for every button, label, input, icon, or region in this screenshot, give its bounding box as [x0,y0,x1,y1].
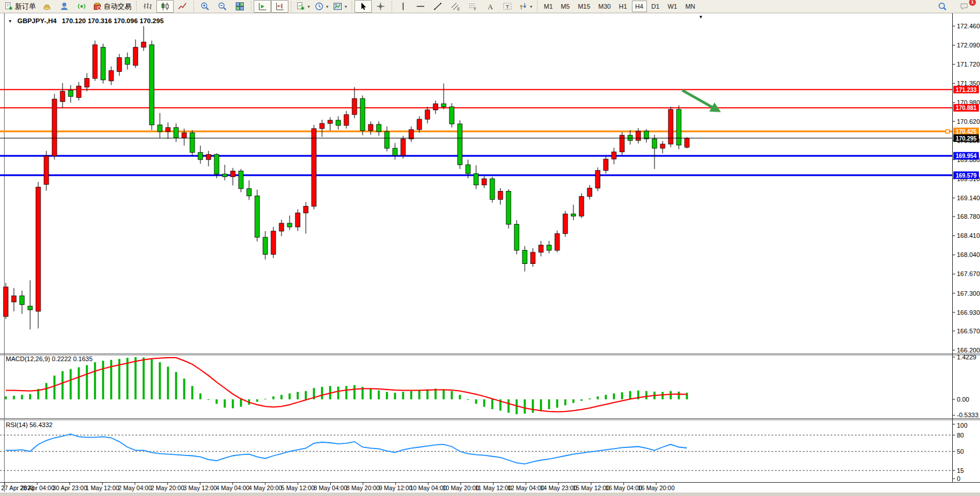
tile-windows-button[interactable] [231,0,248,13]
zoom-in-icon [200,2,210,11]
text-label-icon: T [503,2,512,11]
community-button[interactable] [56,0,73,13]
svg-text:169.140: 169.140 [957,194,980,201]
timeframe-m5-button[interactable]: M5 [557,1,573,12]
svg-text:171.720: 171.720 [957,61,980,68]
svg-text:169.579: 169.579 [956,172,977,179]
toolbar-separator [291,1,291,12]
svg-text:0.00: 0.00 [957,396,969,403]
new-order-button[interactable]: 新订单 [2,0,38,13]
toolbar-separator [352,1,352,12]
chart-collapse-icon[interactable]: ▼ [8,19,12,23]
text-button[interactable]: A [481,0,499,13]
templates-button[interactable]: ▾ [331,0,349,13]
fibonacci-button[interactable]: F [464,0,481,13]
new-order-label: 新订单 [15,2,36,12]
community-icon [60,2,69,11]
timeframe-d1-button[interactable]: D1 [648,1,663,12]
trendline-button[interactable] [429,0,447,13]
text-icon: A [485,2,495,11]
toolbar-group-5 [354,0,389,13]
zoom-out-button[interactable] [214,0,231,13]
svg-text:80: 80 [957,432,964,439]
market-watch-button[interactable] [38,0,56,13]
text-label-button[interactable]: T [499,0,516,13]
timeframe-mn-button[interactable]: MN [682,1,699,12]
svg-text:A: A [488,3,493,11]
dropdown-caret-icon[interactable]: ▾ [345,4,347,9]
svg-text:170.881: 170.881 [956,105,977,111]
price-axis[interactable]: 172.460172.090171.720171.350170.980170.6… [952,23,980,354]
rsi-line [6,434,687,464]
svg-text:10 May 04:00: 10 May 04:00 [409,484,447,491]
notifications-button[interactable]: 1 [956,0,973,13]
crosshair-button[interactable] [372,0,389,13]
trendline-icon [433,2,443,11]
svg-text:166.570: 166.570 [957,328,980,335]
periods-button[interactable]: ▾ [312,0,331,13]
signals-icon [77,2,86,11]
equidistant-channel-button[interactable]: E [447,0,464,13]
chart-window[interactable]: 172.460172.090171.720171.350170.980170.6… [0,13,980,496]
svg-text:166.930: 166.930 [957,309,980,316]
horizontal-level-lines[interactable] [0,90,952,175]
shapes-icon [518,2,528,11]
svg-text:9 May 12:00: 9 May 12:00 [379,484,412,491]
timeframe-m1-button[interactable]: M1 [540,1,556,12]
market-watch-icon [42,2,52,11]
svg-text:2 May 20:00: 2 May 20:00 [151,484,184,491]
dropdown-caret-icon[interactable]: ▾ [530,4,532,9]
shapes-button[interactable]: ▾ [516,0,535,13]
auto-trading-icon [93,2,102,11]
cursor-button[interactable] [354,0,372,13]
macd-axis[interactable]: 1.42290.00-0.5333 [952,354,978,418]
svg-text:100: 100 [957,422,967,429]
timeframe-h4-button[interactable]: H4 [632,1,647,12]
svg-text:1 May 12:00: 1 May 12:00 [86,484,119,491]
chart-title: ▼ GBPJPY-,H4 170.120 170.316 170.096 170… [8,17,164,24]
new-order-icon [4,2,13,11]
chart-menu-arrow-icon[interactable]: ▼ [699,14,703,20]
svg-text:8 May 20:00: 8 May 20:00 [346,484,380,491]
svg-text:15: 15 [957,467,964,474]
svg-text:16 May 04:00: 16 May 04:00 [605,484,642,491]
timeframe-m30-button[interactable]: M30 [595,1,614,12]
zoom-out-icon [218,2,227,11]
svg-text:168.410: 168.410 [957,232,980,239]
svg-text:172.090: 172.090 [957,42,980,49]
svg-text:168.780: 168.780 [957,213,980,220]
toolbar-group-0: 新订单自动交易 [2,0,134,13]
chart-shift-button[interactable] [271,0,288,13]
candlestick-button[interactable] [156,0,174,13]
auto-scroll-button[interactable] [254,0,271,13]
indicators-icon [296,2,305,11]
svg-text:T: T [506,3,509,10]
signals-button[interactable] [73,0,90,13]
svg-text:1.4229: 1.4229 [957,354,977,361]
search-button[interactable] [934,0,951,13]
vertical-line-button[interactable] [394,0,412,13]
rsi-indicator-label: RSI(14) 56.4332 [6,421,53,428]
auto-trading-button[interactable]: 自动交易 [90,0,134,13]
line-chart-button[interactable] [174,0,191,13]
timeframe-w1-button[interactable]: W1 [664,1,681,12]
svg-text:28 Apr 04:00: 28 Apr 04:00 [20,484,54,491]
rsi-axis[interactable]: 1008050150 [952,422,967,482]
zoom-in-button[interactable] [196,0,214,13]
time-axis[interactable]: 27 Apr 202328 Apr 04:0030 Apr 23:001 May… [1,482,675,491]
svg-text:8 May 04:00: 8 May 04:00 [314,484,348,491]
dropdown-caret-icon[interactable]: ▾ [308,4,310,9]
search-icon [938,2,947,11]
indicators-button[interactable]: ▾ [294,0,312,13]
toolbar-group-4: ▾▾▾ [294,0,349,13]
bar-chart-button[interactable] [139,0,156,13]
chat-icon [960,2,969,11]
dropdown-caret-icon[interactable]: ▾ [326,4,328,9]
chart-canvas[interactable]: 172.460172.090171.720171.350170.980170.6… [0,13,980,496]
svg-text:12 May 04:00: 12 May 04:00 [507,484,544,491]
candlestick-icon [160,2,170,11]
equidistant-channel-icon: E [451,2,460,11]
timeframe-h1-button[interactable]: H1 [615,1,630,12]
timeframe-m15-button[interactable]: M15 [575,1,594,12]
horizontal-line-button[interactable] [412,0,429,13]
